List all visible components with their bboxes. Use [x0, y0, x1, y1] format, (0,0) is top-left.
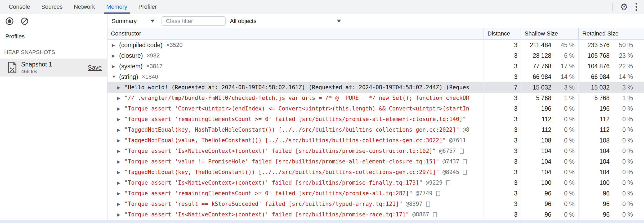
- string-value: "Hello world! (Requested at: 2024-08-19T…: [124, 84, 469, 91]
- table-row[interactable]: ▶"Torque assert 'Is<NativeContext>(conte…: [108, 209, 644, 220]
- clear-profiles-button[interactable]: [21, 17, 29, 25]
- expand-icon[interactable]: ▶: [117, 138, 124, 143]
- header-retained-size[interactable]: Retained Size: [578, 28, 643, 39]
- save-link[interactable]: Save: [88, 64, 102, 71]
- tab-label: Network: [74, 3, 95, 10]
- expand-icon[interactable]: ▶: [117, 85, 124, 90]
- constructor-cell: ▶"Torque assert 'remainingElementsCount …: [108, 188, 484, 199]
- table-row[interactable]: ▶"TaggedNotEqual(value, TheHoleConstant(…: [108, 135, 644, 146]
- table-row[interactable]: ▶"// .wrangler/tmp/bundle-FmNIt0/checked…: [108, 93, 644, 103]
- retained-size-value: 5 768: [594, 95, 610, 102]
- expand-icon[interactable]: ▶: [117, 202, 124, 207]
- table-row[interactable]: ▶"TaggedNotEqual(key, TheHoleConstant())…: [108, 167, 644, 177]
- shallow-size-value: 112: [542, 116, 551, 123]
- tab-network[interactable]: Network: [68, 0, 101, 14]
- string-value: "Torque assert 'result == kStoreSucceded…: [124, 201, 402, 207]
- more-options-kebab-icon[interactable]: [636, 3, 637, 11]
- shallow-size-value: 5 768: [536, 95, 551, 102]
- retained-size-percent: 0 %: [610, 179, 633, 186]
- expand-icon[interactable]: ▶: [117, 159, 124, 164]
- retained-size-cell: 15 0323 %: [578, 82, 643, 93]
- table-row[interactable]: ▶"Torque assert 'Is<NativeContext>(conte…: [108, 146, 644, 156]
- retained-size-percent: 0 %: [610, 190, 633, 197]
- table-row[interactable]: ▶"Torque assert 'result == kStoreSuccede…: [108, 199, 644, 209]
- retained-size-value: 108: [600, 137, 610, 144]
- shallow-size-cell: 1080 %: [521, 135, 578, 146]
- expand-icon[interactable]: ▶: [117, 170, 124, 175]
- shallow-size-percent: 6 %: [551, 52, 575, 59]
- toolbar-divider: [612, 3, 613, 11]
- table-row[interactable]: ▶"Torque assert 'Is<NativeContext>(conte…: [108, 177, 644, 188]
- retained-size-value: 96: [603, 211, 610, 218]
- table-row[interactable]: ▶"Torque assert 'remainingElementsCount …: [108, 114, 644, 124]
- retained-size-percent: 0 %: [610, 105, 633, 112]
- shallow-size-percent: 0 %: [551, 179, 575, 186]
- distance-cell: 7: [484, 82, 521, 93]
- constructor-name: (string): [119, 73, 138, 81]
- header-distance[interactable]: Distance: [484, 28, 521, 39]
- string-value: "Torque assert 'remainingElementsCount >…: [124, 190, 412, 197]
- expand-icon[interactable]: ▶: [117, 117, 124, 122]
- settings-gear-icon[interactable]: ⚙: [620, 2, 628, 11]
- tab-profiler[interactable]: Profiler: [133, 0, 163, 14]
- table-row[interactable]: ▶"Torque assert 'remainingElementsCount …: [108, 188, 644, 199]
- retained-size-value: 104 876: [588, 63, 610, 70]
- snapshot-list-item[interactable]: Snapshot 1 468 kB Save: [0, 59, 107, 77]
- constructor-cell: ▼(string)×1840: [108, 72, 484, 82]
- table-row[interactable]: ▶"Hello world! (Requested at: 2024-08-19…: [108, 82, 644, 93]
- tab-memory[interactable]: Memory: [101, 0, 133, 14]
- tab-bar-right-controls: ⚙: [612, 0, 644, 14]
- table-row[interactable]: ▶(compiled code)×35203211 48445 %233 576…: [108, 40, 644, 50]
- bottom-scroll-band: [0, 220, 644, 223]
- tab-console[interactable]: Console: [3, 0, 36, 14]
- expand-icon[interactable]: ▶: [117, 106, 124, 111]
- expand-icon[interactable]: ▶: [112, 43, 119, 48]
- shallow-size-percent: 0 %: [551, 211, 575, 218]
- chevron-down-icon: [150, 20, 155, 23]
- distance-cell: 3: [484, 124, 521, 135]
- shallow-size-cell: 211 48445 %: [521, 40, 578, 50]
- shallow-size-value: 104: [541, 158, 551, 165]
- expand-icon[interactable]: ▶: [117, 191, 124, 196]
- object-id: @7437: [439, 158, 459, 165]
- profiles-sidebar: Profiles HEAP SNAPSHOTS Snapshot 1 468 k…: [0, 28, 108, 220]
- object-scope-select[interactable]: All objects: [230, 18, 341, 25]
- shallow-size-cell: 1000 %: [521, 177, 578, 188]
- table-row[interactable]: ▶(closure)×982328 1286 %105 76823 %: [108, 50, 644, 61]
- header-constructor[interactable]: Constructor: [108, 28, 484, 39]
- expand-icon[interactable]: ▶: [117, 149, 124, 154]
- table-row[interactable]: ▶(system)×3817377 76817 %104 87622 %: [108, 61, 644, 72]
- distance-cell: 3: [484, 114, 521, 124]
- table-row[interactable]: ▶"Torque assert 'value != PromiseHole' f…: [108, 156, 644, 167]
- expand-icon[interactable]: ▶: [117, 212, 124, 217]
- string-value: "// .wrangler/tmp/bundle-FmNIt0/checked-…: [124, 95, 469, 101]
- expand-icon[interactable]: ▶: [112, 53, 119, 58]
- table-row[interactable]: ▼(string)×1840366 98414 %66 98414 %: [108, 72, 644, 82]
- header-shallow-size[interactable]: Shallow Size: [521, 28, 578, 39]
- shallow-size-percent: 17 %: [551, 63, 575, 70]
- retained-size-percent: 50 %: [610, 42, 633, 49]
- collapse-icon[interactable]: ▼: [112, 74, 119, 79]
- expand-icon[interactable]: ▶: [117, 127, 124, 132]
- retained-size-cell: 233 57650 %: [578, 40, 643, 50]
- table-row[interactable]: ▶"Torque assert 'Convert<uintptr>(endInd…: [108, 103, 644, 114]
- table-row[interactable]: ▶"TaggedNotEqual(key, HashTableHoleConst…: [108, 124, 644, 135]
- shallow-size-value: 104: [541, 169, 551, 176]
- perspective-select[interactable]: Summary: [112, 18, 155, 25]
- take-heap-snapshot-button[interactable]: [5, 17, 14, 25]
- class-filter-input[interactable]: [162, 16, 226, 26]
- retained-size-value: 233 576: [588, 42, 610, 49]
- shallow-size-value: 108: [541, 137, 551, 144]
- retained-size-cell: 1120 %: [578, 124, 643, 135]
- tab-sources[interactable]: Sources: [36, 0, 68, 14]
- retained-size-cell: 5 7681 %: [578, 93, 643, 103]
- shallow-size-percent: 0 %: [551, 105, 575, 112]
- retained-size-value: 105 768: [588, 52, 610, 59]
- retained-size-value: 196: [600, 105, 610, 112]
- expand-icon[interactable]: ▶: [112, 64, 119, 69]
- expand-icon[interactable]: ▶: [117, 96, 124, 101]
- expand-icon[interactable]: ▶: [117, 180, 124, 185]
- object-id: @8: [459, 127, 469, 133]
- memory-panel-toolbar: Summary All objects: [0, 14, 644, 28]
- object-box-icon: [436, 191, 440, 196]
